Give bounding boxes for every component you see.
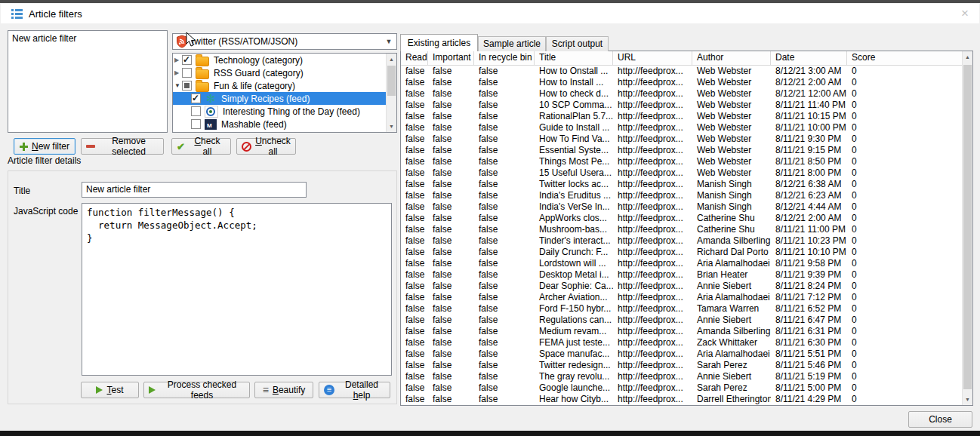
- js-code-editor[interactable]: function filterMessage() { return Messag…: [82, 203, 392, 376]
- filter-list-item[interactable]: New article filter: [8, 31, 167, 46]
- table-vertical-scrollbar[interactable]: ▲ ▼: [962, 51, 972, 405]
- table-row[interactable]: falsefalsefalseArcher Aviation...http://…: [401, 292, 963, 303]
- filters-list[interactable]: New article filter: [8, 30, 168, 133]
- table-row[interactable]: falsefalsefalseLordstown will ...http://…: [401, 258, 963, 269]
- checkbox[interactable]: [182, 81, 192, 91]
- table-cell: false: [474, 382, 535, 394]
- table-row[interactable]: falsefalsefalseAppWorks clos...http://fe…: [401, 213, 963, 224]
- table-cell: false: [401, 371, 428, 382]
- column-header[interactable]: Read: [401, 51, 428, 65]
- column-header[interactable]: Date: [771, 51, 847, 65]
- account-selector[interactable]: twitter (RSS/ATOM/JSON) ▼: [172, 33, 397, 50]
- table-row[interactable]: falsefalsefalseThe gray revolu...http://…: [401, 371, 963, 382]
- table-row[interactable]: falsefalsefalseHow to Install ...http://…: [401, 77, 963, 88]
- table-row[interactable]: falsefalsefalseHow To Find Va...http://f…: [401, 134, 963, 145]
- column-header[interactable]: Important: [428, 51, 474, 65]
- table-cell: Mushroom-bas...: [535, 224, 613, 235]
- table-row[interactable]: falsefalsefalseDaily Crunch: F...http://…: [401, 247, 963, 258]
- checkbox[interactable]: [191, 119, 201, 129]
- chevron-down-icon[interactable]: ▼: [381, 38, 396, 45]
- tree-item[interactable]: Mashable (feed): [173, 118, 387, 130]
- folder-icon: [196, 57, 209, 66]
- scroll-up-icon[interactable]: ▲: [387, 54, 396, 65]
- remove-selected-button[interactable]: Remove selected: [81, 138, 164, 155]
- table-cell: How To Find Va...: [535, 134, 613, 145]
- beautify-button[interactable]: ≡ Beautify: [254, 382, 313, 398]
- uncheck-all-button[interactable]: Uncheck all: [236, 138, 296, 155]
- close-icon[interactable]: ×: [957, 5, 973, 22]
- checkbox[interactable]: [182, 68, 192, 78]
- table-row[interactable]: falsefalsefalseHow to check d...http://f…: [401, 88, 963, 100]
- expand-arrow-icon[interactable]: ▼: [174, 82, 182, 90]
- checkbox[interactable]: [182, 55, 192, 65]
- table-row[interactable]: falsefalsefalse15 Useful Usera...http://…: [401, 167, 963, 179]
- table-row[interactable]: falsefalsefalseThings Most Pe...http://f…: [401, 156, 963, 167]
- table-cell: Tamara Warren: [692, 303, 771, 315]
- table-row[interactable]: falsefalsefalseDear Sophie: Ca...http://…: [401, 281, 963, 292]
- close-button-label: Close: [929, 414, 952, 425]
- process-checked-feeds-button[interactable]: Process checked feeds: [143, 382, 250, 398]
- table-row[interactable]: falsefalsefalseEssential Syste...http://…: [401, 145, 963, 156]
- play-icon: [96, 386, 103, 394]
- close-button[interactable]: Close: [908, 411, 972, 428]
- table-cell: http://feedprox...: [613, 224, 692, 235]
- table-cell: false: [474, 258, 535, 269]
- detailed-help-button[interactable]: Detailed help: [319, 382, 390, 398]
- table-row[interactable]: falsefalsefalseRegulations can...http://…: [401, 315, 963, 326]
- test-button[interactable]: Test: [81, 382, 139, 398]
- feeds-tree[interactable]: ▶Technology (category)▶RSS Guard (catego…: [172, 53, 397, 133]
- table-cell: 0: [847, 337, 963, 348]
- checkbox[interactable]: [191, 94, 201, 103]
- column-header[interactable]: Author: [692, 51, 771, 65]
- table-row[interactable]: falsefalsefalseRationalPlan 5.7...http:/…: [401, 111, 963, 122]
- table-row[interactable]: falsefalsefalseHow to Onstall ...http://…: [401, 66, 963, 77]
- table-cell: false: [428, 179, 474, 190]
- tree-item[interactable]: ▶RSS Guard (category): [173, 66, 387, 79]
- expand-arrow-icon[interactable]: ▶: [174, 69, 182, 77]
- table-row[interactable]: falsefalsefalseSpace manufac...http://fe…: [401, 348, 963, 360]
- table-row[interactable]: falsefalsefalseMedium revam...http://fee…: [401, 326, 963, 337]
- tree-vertical-scrollbar[interactable]: ▲ ▼: [386, 54, 396, 132]
- column-header[interactable]: Score: [847, 51, 963, 65]
- title-input[interactable]: New article filter: [82, 182, 307, 198]
- table-row[interactable]: falsefalsefalseFord F-150 hybr...http://…: [401, 303, 963, 315]
- table-cell: false: [401, 88, 428, 100]
- tab-sample-article[interactable]: Sample article: [478, 36, 546, 51]
- check-all-button[interactable]: ✔ Check all: [171, 138, 231, 155]
- column-header[interactable]: In recycle bin: [474, 51, 535, 65]
- table-cell: 10 SCP Comma...: [535, 100, 613, 111]
- table-row[interactable]: falsefalsefalseGoogle launche...http://f…: [401, 382, 963, 394]
- table-row[interactable]: falsefalsefalse10 SCP Comma...http://fee…: [401, 100, 963, 111]
- scroll-down-icon[interactable]: ▼: [963, 394, 972, 405]
- scrollbar-thumb[interactable]: [963, 65, 972, 389]
- tab-script-output[interactable]: Script output: [546, 36, 609, 51]
- table-cell: false: [401, 394, 428, 405]
- column-header[interactable]: Title: [535, 51, 613, 65]
- table-row[interactable]: falsefalsefalseGuide to Install ...http:…: [401, 122, 963, 134]
- table-cell: false: [474, 281, 535, 292]
- table-row[interactable]: falsefalsefalseHear how Cityb...http://f…: [401, 394, 963, 405]
- scrollbar-thumb[interactable]: [387, 66, 396, 96]
- tree-item[interactable]: Simply Recipes (feed): [173, 92, 387, 105]
- expand-arrow-icon[interactable]: ▶: [174, 57, 182, 64]
- new-filter-button[interactable]: New filter: [14, 138, 76, 155]
- dialog-titlebar[interactable]: Article filters ×: [1, 4, 979, 23]
- table-row[interactable]: falsefalsefalseIndia's VerSe In...http:/…: [401, 201, 963, 213]
- table-row[interactable]: falsefalsefalseTinder's interact...http:…: [401, 235, 963, 247]
- table-row[interactable]: falsefalsefalseDesktop Metal i...http://…: [401, 269, 963, 281]
- tree-item[interactable]: ▼Fun & life (category): [173, 79, 387, 92]
- table-row[interactable]: falsefalsefalseTwitter redesign...http:/…: [401, 360, 963, 371]
- table-row[interactable]: falsefalsefalseMushroom-bas...http://fee…: [401, 224, 963, 235]
- column-header[interactable]: URL: [613, 51, 692, 65]
- table-cell: false: [401, 201, 428, 213]
- table-row[interactable]: falsefalsefalseTwitter locks ac...http:/…: [401, 179, 963, 190]
- table-row[interactable]: falsefalsefalseIndia's Eruditus ...http:…: [401, 190, 963, 201]
- checkbox[interactable]: [191, 106, 201, 116]
- scroll-up-icon[interactable]: ▲: [963, 51, 972, 63]
- tree-item[interactable]: ▶Technology (category): [173, 54, 387, 66]
- table-cell: 8/12/21 2:00 AM: [771, 213, 847, 224]
- table-row[interactable]: falsefalsefalseFEMA just teste...http://…: [401, 337, 963, 348]
- tab-existing-articles[interactable]: Existing articles: [400, 34, 478, 51]
- tree-item[interactable]: Interesting Thing of the Day (feed): [173, 105, 387, 118]
- scroll-down-icon[interactable]: ▼: [387, 121, 396, 132]
